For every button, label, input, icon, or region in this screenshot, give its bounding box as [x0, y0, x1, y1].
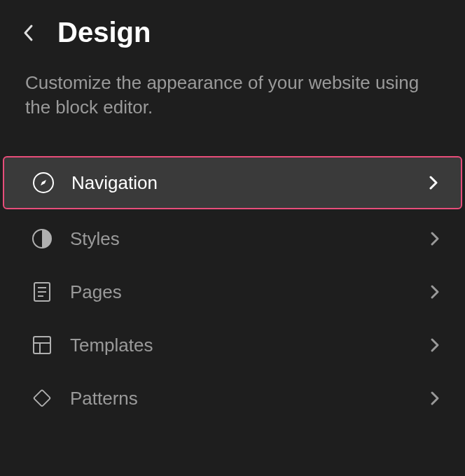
- svg-rect-6: [34, 337, 50, 354]
- menu-item-label: Templates: [70, 335, 430, 356]
- page-icon: [31, 281, 53, 303]
- menu-item-pages[interactable]: Pages: [0, 265, 465, 318]
- chevron-left-icon: [22, 23, 35, 43]
- menu-item-label: Styles: [70, 228, 430, 250]
- svg-rect-9: [34, 390, 50, 407]
- menu-item-templates[interactable]: Templates: [0, 318, 465, 372]
- compass-icon: [32, 172, 55, 194]
- half-circle-icon: [31, 227, 53, 250]
- chevron-right-icon: [430, 337, 440, 353]
- page-description: Customize the appearance of your website…: [0, 59, 465, 142]
- header: Design: [0, 0, 465, 59]
- chevron-right-icon: [429, 175, 438, 190]
- page-title: Design: [57, 17, 151, 48]
- chevron-right-icon: [430, 391, 440, 406]
- menu-item-label: Pages: [70, 281, 430, 303]
- back-button[interactable]: [22, 23, 35, 43]
- chevron-right-icon: [430, 231, 440, 246]
- menu-item-navigation[interactable]: Navigation: [3, 156, 462, 209]
- menu-item-styles[interactable]: Styles: [0, 212, 465, 265]
- menu-list: Navigation Styles Pages: [0, 142, 465, 436]
- menu-item-label: Navigation: [71, 172, 429, 194]
- chevron-right-icon: [430, 284, 440, 300]
- layout-icon: [31, 334, 53, 356]
- diamond-icon: [31, 387, 53, 410]
- menu-item-patterns[interactable]: Patterns: [0, 372, 465, 425]
- menu-item-label: Patterns: [70, 388, 430, 410]
